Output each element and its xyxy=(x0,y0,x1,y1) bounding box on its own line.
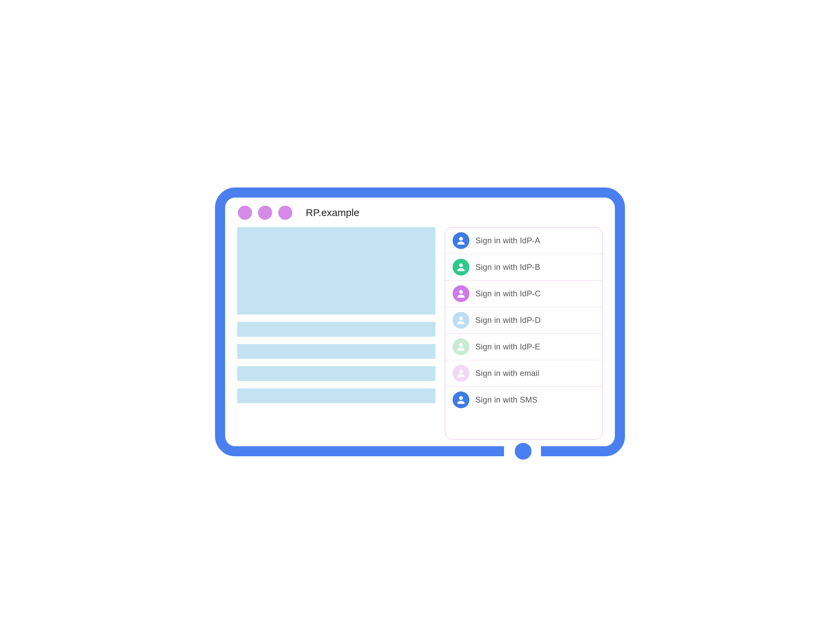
traffic-light-icon xyxy=(258,205,272,220)
svg-point-5 xyxy=(459,369,463,373)
svg-point-6 xyxy=(459,396,463,400)
user-icon xyxy=(453,232,469,249)
home-button-icon xyxy=(515,443,532,459)
signin-option-email[interactable]: Sign in with email xyxy=(445,360,602,387)
text-placeholder-bar xyxy=(237,366,436,381)
signin-option-idp-b[interactable]: Sign in with IdP-B xyxy=(445,254,602,281)
text-placeholder-bar xyxy=(237,344,436,359)
signin-option-label: Sign in with SMS xyxy=(475,395,538,404)
user-icon xyxy=(453,338,469,355)
user-icon xyxy=(453,285,469,302)
svg-point-4 xyxy=(459,343,463,347)
browser-window: RP.example Sign in with IdP-A xyxy=(235,202,605,442)
text-placeholder-bar xyxy=(237,322,436,337)
user-icon xyxy=(453,259,469,276)
signin-option-idp-d[interactable]: Sign in with IdP-D xyxy=(445,307,602,334)
signin-option-label: Sign in with IdP-E xyxy=(475,342,540,352)
content-placeholder-column xyxy=(237,227,436,439)
signin-option-label: Sign in with IdP-D xyxy=(475,316,541,325)
text-placeholder-bar xyxy=(237,388,436,403)
svg-point-3 xyxy=(459,316,463,320)
browser-titlebar: RP.example xyxy=(235,202,605,227)
user-icon xyxy=(453,392,469,408)
traffic-light-icon xyxy=(238,205,252,220)
user-icon xyxy=(453,365,469,382)
svg-point-2 xyxy=(459,290,463,294)
signin-option-idp-e[interactable]: Sign in with IdP-E xyxy=(445,334,602,360)
signin-option-idp-a[interactable]: Sign in with IdP-A xyxy=(445,227,602,254)
page-content: Sign in with IdP-A Sign in with IdP-B Si… xyxy=(235,227,605,442)
signin-panel: Sign in with IdP-A Sign in with IdP-B Si… xyxy=(445,227,603,439)
signin-option-label: Sign in with IdP-A xyxy=(475,236,540,245)
signin-option-sms[interactable]: Sign in with SMS xyxy=(445,387,602,413)
user-icon xyxy=(453,312,469,328)
signin-option-idp-c[interactable]: Sign in with IdP-C xyxy=(445,281,602,307)
hero-placeholder xyxy=(237,227,436,314)
svg-point-0 xyxy=(459,237,463,241)
device-frame: RP.example Sign in with IdP-A xyxy=(215,188,625,456)
diagram-canvas: RP.example Sign in with IdP-A xyxy=(205,154,635,477)
svg-point-1 xyxy=(459,264,463,267)
traffic-light-icon xyxy=(278,205,292,220)
page-title: RP.example xyxy=(306,207,360,218)
signin-option-label: Sign in with email xyxy=(475,369,539,378)
signin-option-label: Sign in with IdP-B xyxy=(475,262,540,272)
signin-option-label: Sign in with IdP-C xyxy=(475,289,541,298)
